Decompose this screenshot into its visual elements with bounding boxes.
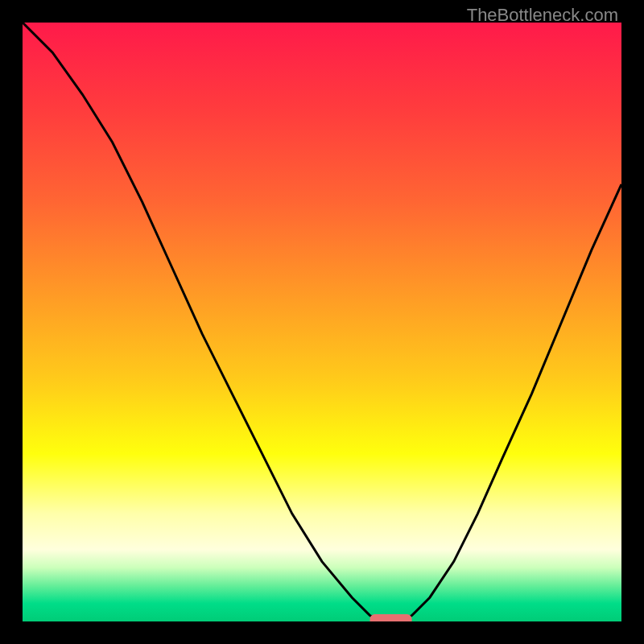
chart-svg <box>23 23 621 621</box>
bottleneck-chart <box>23 23 621 621</box>
watermark-text: TheBottleneck.com <box>467 5 618 26</box>
gradient-background <box>23 23 621 621</box>
optimal-marker <box>370 614 412 621</box>
